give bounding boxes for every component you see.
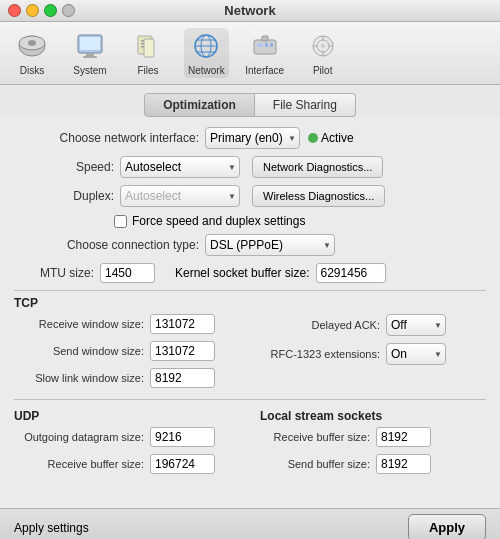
mtu-label: MTU size: xyxy=(14,266,94,280)
window-controls[interactable] xyxy=(8,4,75,17)
force-checkbox-row: Force speed and duplex settings xyxy=(114,214,486,228)
force-checkbox-label: Force speed and duplex settings xyxy=(132,214,305,228)
delayed-ack-row: Delayed ACK: Off xyxy=(260,314,486,336)
status-label: Active xyxy=(321,131,354,145)
duplex-select[interactable]: Autoselect xyxy=(120,185,240,207)
rfc-label: RFC-1323 extensions: xyxy=(260,348,380,360)
local-send-input[interactable] xyxy=(376,454,431,474)
outgoing-datagram-label: Outgoing datagram size: xyxy=(14,431,144,443)
local-receive-input[interactable] xyxy=(376,427,431,447)
svg-rect-4 xyxy=(80,37,100,50)
toolbar-item-system[interactable]: System xyxy=(68,30,112,76)
udp-receive-label: Receive buffer size: xyxy=(14,458,144,470)
toolbar-item-interface[interactable]: Interface xyxy=(243,30,287,76)
titlebar: Network xyxy=(0,0,500,22)
tcp-left: Receive window size: Send window size: S… xyxy=(14,314,240,395)
kernel-label: Kernel socket buffer size: xyxy=(175,266,310,280)
slow-link-row: Slow link window size: xyxy=(14,368,240,388)
rfc-select[interactable]: On xyxy=(386,343,446,365)
svg-rect-17 xyxy=(254,40,276,54)
svg-rect-6 xyxy=(83,56,97,58)
network-interface-label: Choose network interface: xyxy=(14,131,199,145)
toolbar-item-network[interactable]: Network xyxy=(184,28,229,78)
minimize-button[interactable] xyxy=(26,4,39,17)
udp-header: UDP xyxy=(14,409,240,423)
wireless-diagnostics-button[interactable]: Wireless Diagnostics... xyxy=(252,185,385,207)
bottom-bar: Apply settings Apply xyxy=(0,508,500,539)
rfc-select-wrap: On xyxy=(386,343,446,365)
send-window-row: Send window size: xyxy=(14,341,240,361)
mtu-input[interactable] xyxy=(100,263,155,283)
toolbar-item-disks[interactable]: Disks xyxy=(10,30,54,76)
tab-optimization[interactable]: Optimization xyxy=(144,93,255,117)
network-interface-select-wrap: Primary (en0) xyxy=(205,127,300,149)
duplex-label: Duplex: xyxy=(14,189,114,203)
speed-select-wrap: Autoselect xyxy=(120,156,240,178)
local-receive-label: Receive buffer size: xyxy=(260,431,370,443)
svg-rect-5 xyxy=(86,53,94,56)
toolbar-label-pilot: Pilot xyxy=(313,65,332,76)
toolbar-label-network: Network xyxy=(188,65,225,76)
mtu-row: MTU size: Kernel socket buffer size: xyxy=(14,263,486,283)
slow-link-label: Slow link window size: xyxy=(14,372,144,384)
close-button[interactable] xyxy=(8,4,21,17)
speed-select[interactable]: Autoselect xyxy=(120,156,240,178)
receive-window-row: Receive window size: xyxy=(14,314,240,334)
local-stream-section: Local stream sockets Receive buffer size… xyxy=(250,404,486,481)
receive-window-input[interactable] xyxy=(150,314,215,334)
interface-icon xyxy=(249,30,281,62)
duplex-row: Duplex: Autoselect Wireless Diagnostics.… xyxy=(14,185,486,207)
toolbar-item-files[interactable]: Files xyxy=(126,30,170,76)
kernel-input[interactable] xyxy=(316,263,386,283)
svg-rect-19 xyxy=(265,43,268,47)
system-icon xyxy=(74,30,106,62)
local-receive-row: Receive buffer size: xyxy=(260,427,486,447)
window-title: Network xyxy=(224,3,275,18)
slow-link-input[interactable] xyxy=(150,368,215,388)
local-send-row: Send buffer size: xyxy=(260,454,486,474)
rfc-row: RFC-1323 extensions: On xyxy=(260,343,486,365)
speed-label: Speed: xyxy=(14,160,114,174)
delayed-ack-select[interactable]: Off xyxy=(386,314,446,336)
receive-window-label: Receive window size: xyxy=(14,318,144,330)
maximize-button[interactable] xyxy=(44,4,57,17)
delayed-ack-select-wrap: Off xyxy=(386,314,446,336)
tcp-right: Delayed ACK: Off RFC-1323 extensions: On xyxy=(250,314,486,395)
send-window-input[interactable] xyxy=(150,341,215,361)
network-interface-select[interactable]: Primary (en0) xyxy=(205,127,300,149)
network-diagnostics-button[interactable]: Network Diagnostics... xyxy=(252,156,383,178)
main-area: Optimization File Sharing Choose network… xyxy=(0,85,500,539)
outgoing-datagram-input[interactable] xyxy=(150,427,215,447)
toolbar-label-disks: Disks xyxy=(20,65,44,76)
svg-rect-18 xyxy=(257,43,263,47)
files-icon xyxy=(132,30,164,62)
svg-rect-20 xyxy=(270,43,273,47)
speed-row: Speed: Autoselect Network Diagnostics... xyxy=(14,156,486,178)
tab-file-sharing[interactable]: File Sharing xyxy=(255,93,356,117)
toolbar-item-pilot[interactable]: Pilot xyxy=(301,30,345,76)
toolbar-label-interface: Interface xyxy=(245,65,284,76)
local-send-label: Send buffer size: xyxy=(260,458,370,470)
udp-receive-input[interactable] xyxy=(150,454,215,474)
duplex-select-wrap: Autoselect xyxy=(120,185,240,207)
delayed-ack-label: Delayed ACK: xyxy=(260,319,380,331)
svg-point-24 xyxy=(321,44,325,48)
udp-section: UDP Outgoing datagram size: Receive buff… xyxy=(14,404,240,481)
disk-icon xyxy=(16,30,48,62)
pilot-icon xyxy=(307,30,339,62)
connection-type-label: Choose connection type: xyxy=(14,238,199,252)
tcp-header: TCP xyxy=(14,296,486,310)
connection-type-select-wrap: DSL (PPPoE) xyxy=(205,234,335,256)
status-dot xyxy=(308,133,318,143)
network-icon xyxy=(190,30,222,62)
apply-settings-label: Apply settings xyxy=(14,521,89,535)
force-checkbox[interactable] xyxy=(114,215,127,228)
apply-button[interactable]: Apply xyxy=(408,514,486,539)
svg-rect-11 xyxy=(144,39,154,57)
toolbar: Disks System Files xyxy=(0,22,500,85)
udp-local-columns: UDP Outgoing datagram size: Receive buff… xyxy=(14,404,486,481)
extra-button xyxy=(62,4,75,17)
svg-point-2 xyxy=(28,40,36,46)
status-container: Active xyxy=(308,131,354,145)
connection-type-select[interactable]: DSL (PPPoE) xyxy=(205,234,335,256)
